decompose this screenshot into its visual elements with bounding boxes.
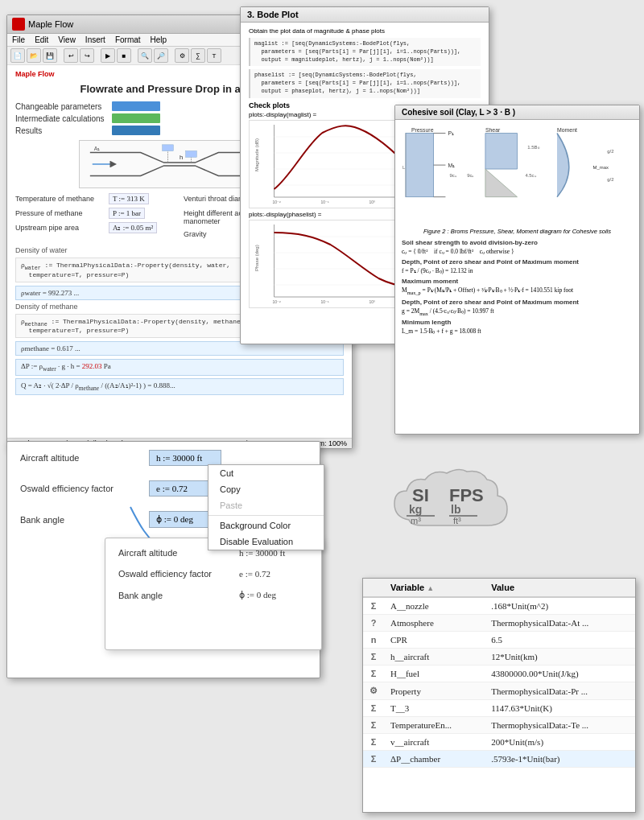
bode-phaselist-code: phaselist := [seq(DynamicSystems:-BodePl…	[249, 69, 481, 97]
table-row: Σ A__nozzle .168*Unit(m^2)	[363, 597, 635, 615]
cloud-svg: SI FPS kg m³ lb ft³	[370, 465, 515, 550]
col-icon-header	[363, 579, 384, 597]
popup-oswald-value: e := 0.72	[239, 569, 270, 579]
depth2-title: Depth, Point of zero shear and Point of …	[402, 299, 633, 306]
bode-maglist-code: maglist := [seq(DynamicSystems:-BodePlot…	[249, 38, 481, 66]
row-variable: T__3	[384, 700, 485, 717]
table-row: n CPR 6.5	[363, 632, 635, 649]
oswald-label: Oswald efficiency factor	[20, 484, 149, 493]
popup-bank-row: Bank angle ϕ := 0 deg	[118, 590, 308, 600]
row-icon: Σ	[363, 649, 384, 665]
var-table: Variable ▲ Value Σ A__nozzle .168*Unit(m…	[363, 579, 635, 768]
svg-text:g/2: g/2	[607, 149, 613, 154]
tb-settings[interactable]: ⚙	[175, 48, 189, 63]
ctx-bg-color[interactable]: Background Color	[208, 517, 324, 534]
param-left: Temperature of methane T := 313 K Pressu…	[15, 193, 175, 243]
menu-file[interactable]: File	[12, 35, 25, 44]
popup-bank-value: ϕ := 0 deg	[239, 590, 276, 600]
ctx-copy[interactable]: Copy	[208, 481, 324, 497]
tb-insert-text[interactable]: T	[207, 48, 221, 63]
table-row: Σ v__aircraft 200*Unit(m/s)	[363, 734, 635, 751]
tb-undo[interactable]: ↩	[64, 48, 78, 63]
param-area: Upstream pipe area A₂ := 0.05 m²	[15, 222, 175, 233]
tb-zoom-in[interactable]: 🔍	[138, 48, 152, 63]
max-moment-formula: Mmax_p = P₁·(M₁/P₁ + Offset) + ³⁄₂·P₁·B₀…	[402, 286, 633, 295]
svg-text:Phase (deg): Phase (deg)	[254, 245, 259, 271]
menu-format[interactable]: Format	[115, 35, 141, 44]
svg-text:10⁰: 10⁰	[369, 200, 376, 204]
ctx-separator	[208, 515, 324, 516]
col-variable-header: Variable ▲	[384, 579, 485, 597]
svg-text:9cᵤ: 9cᵤ	[449, 173, 456, 178]
bode-title: 3. Bode Plot	[247, 10, 299, 19]
cloud-shape: SI FPS kg m³ lb ft³	[370, 465, 515, 550]
tb-open[interactable]: 📂	[27, 48, 41, 63]
svg-text:4.5cᵤ: 4.5cᵤ	[525, 173, 536, 178]
bode-description: Obtain the plot data of magnitude & phas…	[249, 27, 481, 35]
ctx-disable-eval[interactable]: Disable Evaluation	[208, 534, 324, 550]
tb-new[interactable]: 📄	[10, 48, 25, 63]
svg-text:Moment: Moment	[557, 127, 577, 133]
svg-text:L: L	[402, 165, 406, 170]
popup-card: Aircraft altitude h := 30000 ft Oswald e…	[105, 538, 322, 650]
svg-text:Shear: Shear	[485, 127, 501, 133]
soil-figure-caption: Figure 2 : Broms Pressure, Shear, Moment…	[402, 228, 633, 235]
table-row: ? Atmosphere ThermophysicalData:-At ...	[363, 615, 635, 632]
row-icon: ⚙	[363, 682, 384, 700]
row-icon: Σ	[363, 700, 384, 717]
bode-titlebar: 3. Bode Plot	[241, 7, 489, 23]
soil-titlebar: Cohesive soil (Clay, L > 3 · B )	[395, 105, 639, 120]
ctx-paste: Paste	[208, 497, 324, 513]
svg-marker-38	[485, 169, 518, 197]
tb-stop[interactable]: ■	[117, 48, 131, 63]
row-variable: Atmosphere	[384, 615, 485, 632]
row-value: ThermophysicalData:-At ...	[485, 615, 635, 632]
tb-save[interactable]: 💾	[43, 48, 57, 63]
menu-edit[interactable]: Edit	[35, 35, 48, 44]
row-icon: Σ	[363, 597, 384, 615]
tb-redo[interactable]: ↪	[80, 48, 94, 63]
row-value: .5793e-1*Unit(bar)	[485, 751, 635, 768]
menu-insert[interactable]: Insert	[85, 35, 105, 44]
row-value: 12*Unit(km)	[485, 649, 635, 665]
bank-angle-label: Bank angle	[20, 515, 149, 525]
flowrate-result: Q = A₂ · √( 2·ΔP / ρmethane / ((A₂/A₁)²-…	[15, 378, 344, 395]
param-temp: Temperature of methane T := 313 K	[15, 193, 175, 204]
maple-brand: Maple Flow	[15, 70, 55, 78]
tb-zoom-out[interactable]: 🔎	[154, 48, 168, 63]
menu-view[interactable]: View	[58, 35, 76, 44]
depth-formula: f = P₁ / (9cᵤ · B₀) = 12.132 in	[402, 267, 633, 274]
ctx-cut[interactable]: Cut	[208, 465, 324, 481]
svg-text:m³: m³	[411, 516, 421, 525]
row-variable: ΔP__chamber	[384, 751, 485, 768]
popup-oswald-row: Oswald efficiency factor e := 0.72	[118, 569, 308, 579]
aircraft-altitude-value[interactable]: h := 30000 ft	[149, 450, 221, 466]
shear-formula: cᵤ = { 0/ft² if cᵤ = 0.0 lbf/ft² cᵤ othe…	[402, 248, 633, 255]
soil-diagram-svg: Pressure P₁ M₁ Shear Moment L 9cᵤ 9cᵤ 1.…	[402, 125, 633, 221]
intermediate-indicator	[112, 113, 160, 123]
maple-window-title: Maple Flow	[28, 19, 73, 29]
cloud-widget: SI FPS kg m³ lb ft³	[362, 443, 523, 571]
row-variable: v__aircraft	[384, 734, 485, 751]
row-variable: h__aircraft	[384, 649, 485, 665]
soil-content: Pressure P₁ M₁ Shear Moment L 9cᵤ 9cᵤ 1.…	[395, 120, 639, 343]
svg-text:9cᵤ: 9cᵤ	[467, 173, 474, 178]
svg-text:ft³: ft³	[453, 516, 461, 525]
row-variable: Property	[384, 682, 485, 700]
depth2-formula: g = 2Mmax / (4.5·cᵤ·c₀·B₀) = 10.997 ft	[402, 307, 633, 316]
aircraft-altitude-label: Aircraft altitude	[20, 453, 149, 463]
row-value: 1147.63*Unit(K)	[485, 700, 635, 717]
row-value: 6.5	[485, 632, 635, 649]
tb-run[interactable]: ▶	[101, 48, 115, 63]
aircraft-altitude-row: Aircraft altitude h := 30000 ft	[20, 450, 307, 466]
tb-insert-math[interactable]: ∑	[191, 48, 205, 63]
row-variable: CPR	[384, 632, 485, 649]
min-length-title: Minimum length	[402, 319, 633, 326]
svg-text:lb: lb	[451, 503, 460, 516]
svg-text:10⁻¹: 10⁻¹	[321, 299, 330, 304]
menu-help[interactable]: Help	[151, 35, 167, 44]
depth-title: Depth, Point of zero shear and Point of …	[402, 258, 633, 266]
table-row: Σ TemperatureEn... ThermophysicalData:-T…	[363, 717, 635, 734]
context-menu: Cut Copy Paste Background Color Disable …	[208, 464, 324, 550]
table-row: ⚙ Property ThermophysicalData:-Pr ...	[363, 682, 635, 700]
